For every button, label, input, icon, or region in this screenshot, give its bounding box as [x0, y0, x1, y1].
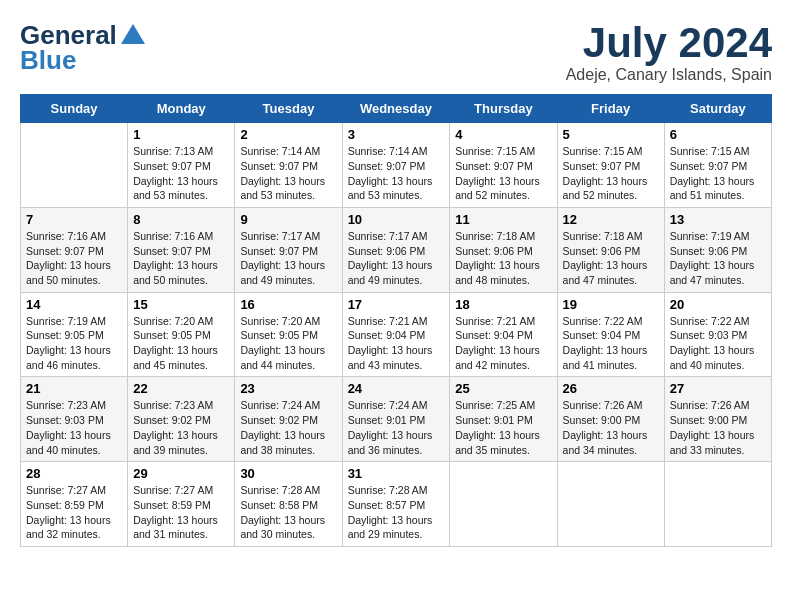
day-info: Sunrise: 7:28 AMSunset: 8:57 PMDaylight:… [348, 483, 445, 542]
day-number: 22 [133, 381, 229, 396]
calendar-cell: 7Sunrise: 7:16 AMSunset: 9:07 PMDaylight… [21, 207, 128, 292]
calendar-cell: 19Sunrise: 7:22 AMSunset: 9:04 PMDayligh… [557, 292, 664, 377]
calendar-cell: 24Sunrise: 7:24 AMSunset: 9:01 PMDayligh… [342, 377, 450, 462]
day-number: 31 [348, 466, 445, 481]
day-number: 12 [563, 212, 659, 227]
day-number: 23 [240, 381, 336, 396]
day-info: Sunrise: 7:19 AMSunset: 9:05 PMDaylight:… [26, 314, 122, 373]
day-number: 17 [348, 297, 445, 312]
day-number: 29 [133, 466, 229, 481]
day-number: 4 [455, 127, 551, 142]
calendar-cell: 8Sunrise: 7:16 AMSunset: 9:07 PMDaylight… [128, 207, 235, 292]
day-number: 24 [348, 381, 445, 396]
day-info: Sunrise: 7:14 AMSunset: 9:07 PMDaylight:… [240, 144, 336, 203]
day-info: Sunrise: 7:28 AMSunset: 8:58 PMDaylight:… [240, 483, 336, 542]
day-number: 25 [455, 381, 551, 396]
calendar-cell: 26Sunrise: 7:26 AMSunset: 9:00 PMDayligh… [557, 377, 664, 462]
calendar-cell: 14Sunrise: 7:19 AMSunset: 9:05 PMDayligh… [21, 292, 128, 377]
day-info: Sunrise: 7:15 AMSunset: 9:07 PMDaylight:… [563, 144, 659, 203]
logo-icon [119, 22, 147, 50]
weekday-header-saturday: Saturday [664, 95, 771, 123]
calendar-cell: 2Sunrise: 7:14 AMSunset: 9:07 PMDaylight… [235, 123, 342, 208]
day-number: 11 [455, 212, 551, 227]
calendar-cell: 18Sunrise: 7:21 AMSunset: 9:04 PMDayligh… [450, 292, 557, 377]
day-info: Sunrise: 7:25 AMSunset: 9:01 PMDaylight:… [455, 398, 551, 457]
calendar-cell: 10Sunrise: 7:17 AMSunset: 9:06 PMDayligh… [342, 207, 450, 292]
day-number: 16 [240, 297, 336, 312]
day-number: 26 [563, 381, 659, 396]
calendar-cell [664, 462, 771, 547]
weekday-header-wednesday: Wednesday [342, 95, 450, 123]
weekday-header-tuesday: Tuesday [235, 95, 342, 123]
day-number: 21 [26, 381, 122, 396]
calendar-cell: 1Sunrise: 7:13 AMSunset: 9:07 PMDaylight… [128, 123, 235, 208]
day-number: 7 [26, 212, 122, 227]
day-number: 3 [348, 127, 445, 142]
day-info: Sunrise: 7:13 AMSunset: 9:07 PMDaylight:… [133, 144, 229, 203]
calendar-cell: 11Sunrise: 7:18 AMSunset: 9:06 PMDayligh… [450, 207, 557, 292]
calendar-week-3: 14Sunrise: 7:19 AMSunset: 9:05 PMDayligh… [21, 292, 772, 377]
day-number: 14 [26, 297, 122, 312]
day-number: 13 [670, 212, 766, 227]
calendar-cell: 27Sunrise: 7:26 AMSunset: 9:00 PMDayligh… [664, 377, 771, 462]
day-info: Sunrise: 7:17 AMSunset: 9:07 PMDaylight:… [240, 229, 336, 288]
calendar-body: 1Sunrise: 7:13 AMSunset: 9:07 PMDaylight… [21, 123, 772, 547]
calendar-table: SundayMondayTuesdayWednesdayThursdayFrid… [20, 94, 772, 547]
calendar-cell: 17Sunrise: 7:21 AMSunset: 9:04 PMDayligh… [342, 292, 450, 377]
calendar-header: SundayMondayTuesdayWednesdayThursdayFrid… [21, 95, 772, 123]
day-info: Sunrise: 7:22 AMSunset: 9:03 PMDaylight:… [670, 314, 766, 373]
calendar-cell: 6Sunrise: 7:15 AMSunset: 9:07 PMDaylight… [664, 123, 771, 208]
day-info: Sunrise: 7:14 AMSunset: 9:07 PMDaylight:… [348, 144, 445, 203]
weekday-header-sunday: Sunday [21, 95, 128, 123]
calendar-week-1: 1Sunrise: 7:13 AMSunset: 9:07 PMDaylight… [21, 123, 772, 208]
calendar-cell: 29Sunrise: 7:27 AMSunset: 8:59 PMDayligh… [128, 462, 235, 547]
day-info: Sunrise: 7:26 AMSunset: 9:00 PMDaylight:… [563, 398, 659, 457]
calendar-week-5: 28Sunrise: 7:27 AMSunset: 8:59 PMDayligh… [21, 462, 772, 547]
calendar-cell: 22Sunrise: 7:23 AMSunset: 9:02 PMDayligh… [128, 377, 235, 462]
day-info: Sunrise: 7:16 AMSunset: 9:07 PMDaylight:… [133, 229, 229, 288]
calendar-cell: 28Sunrise: 7:27 AMSunset: 8:59 PMDayligh… [21, 462, 128, 547]
calendar-cell [450, 462, 557, 547]
day-number: 28 [26, 466, 122, 481]
location: Adeje, Canary Islands, Spain [566, 66, 772, 84]
weekday-header-friday: Friday [557, 95, 664, 123]
calendar-cell: 25Sunrise: 7:25 AMSunset: 9:01 PMDayligh… [450, 377, 557, 462]
calendar-cell: 15Sunrise: 7:20 AMSunset: 9:05 PMDayligh… [128, 292, 235, 377]
day-number: 2 [240, 127, 336, 142]
calendar-cell: 30Sunrise: 7:28 AMSunset: 8:58 PMDayligh… [235, 462, 342, 547]
day-info: Sunrise: 7:21 AMSunset: 9:04 PMDaylight:… [455, 314, 551, 373]
day-info: Sunrise: 7:19 AMSunset: 9:06 PMDaylight:… [670, 229, 766, 288]
calendar-week-2: 7Sunrise: 7:16 AMSunset: 9:07 PMDaylight… [21, 207, 772, 292]
day-info: Sunrise: 7:21 AMSunset: 9:04 PMDaylight:… [348, 314, 445, 373]
day-info: Sunrise: 7:24 AMSunset: 9:01 PMDaylight:… [348, 398, 445, 457]
svg-marker-0 [121, 24, 145, 44]
day-number: 19 [563, 297, 659, 312]
calendar-cell [557, 462, 664, 547]
month-title: July 2024 [566, 20, 772, 66]
day-info: Sunrise: 7:24 AMSunset: 9:02 PMDaylight:… [240, 398, 336, 457]
day-number: 5 [563, 127, 659, 142]
day-info: Sunrise: 7:18 AMSunset: 9:06 PMDaylight:… [563, 229, 659, 288]
day-number: 10 [348, 212, 445, 227]
day-number: 20 [670, 297, 766, 312]
calendar-cell [21, 123, 128, 208]
page-header: General Blue July 2024 Adeje, Canary Isl… [20, 20, 772, 84]
day-info: Sunrise: 7:20 AMSunset: 9:05 PMDaylight:… [133, 314, 229, 373]
day-number: 27 [670, 381, 766, 396]
calendar-cell: 20Sunrise: 7:22 AMSunset: 9:03 PMDayligh… [664, 292, 771, 377]
calendar-week-4: 21Sunrise: 7:23 AMSunset: 9:03 PMDayligh… [21, 377, 772, 462]
calendar-cell: 23Sunrise: 7:24 AMSunset: 9:02 PMDayligh… [235, 377, 342, 462]
day-info: Sunrise: 7:23 AMSunset: 9:03 PMDaylight:… [26, 398, 122, 457]
calendar-cell: 13Sunrise: 7:19 AMSunset: 9:06 PMDayligh… [664, 207, 771, 292]
calendar-cell: 16Sunrise: 7:20 AMSunset: 9:05 PMDayligh… [235, 292, 342, 377]
day-number: 9 [240, 212, 336, 227]
day-info: Sunrise: 7:15 AMSunset: 9:07 PMDaylight:… [670, 144, 766, 203]
weekday-header-thursday: Thursday [450, 95, 557, 123]
day-info: Sunrise: 7:20 AMSunset: 9:05 PMDaylight:… [240, 314, 336, 373]
calendar-cell: 31Sunrise: 7:28 AMSunset: 8:57 PMDayligh… [342, 462, 450, 547]
day-number: 30 [240, 466, 336, 481]
calendar-cell: 9Sunrise: 7:17 AMSunset: 9:07 PMDaylight… [235, 207, 342, 292]
day-number: 8 [133, 212, 229, 227]
calendar-cell: 21Sunrise: 7:23 AMSunset: 9:03 PMDayligh… [21, 377, 128, 462]
day-info: Sunrise: 7:23 AMSunset: 9:02 PMDaylight:… [133, 398, 229, 457]
